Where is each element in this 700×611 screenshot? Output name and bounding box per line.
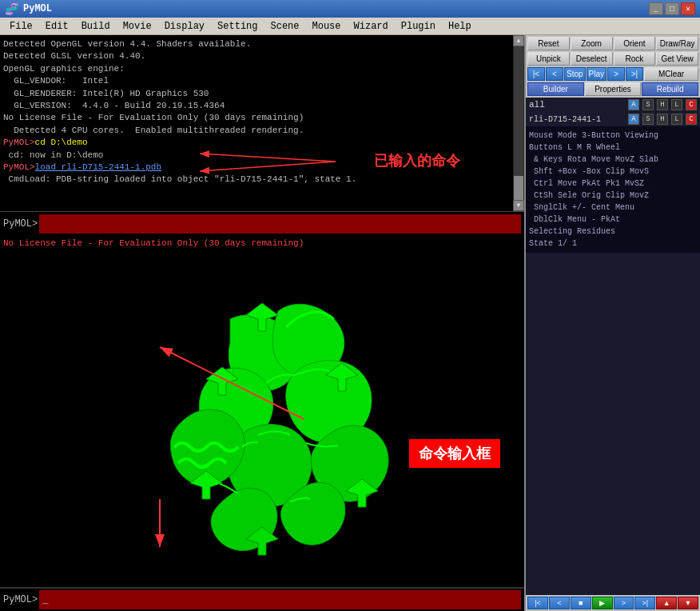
- bottom-command-input[interactable]: [39, 590, 521, 609]
- obj-btn-all-c[interactable]: C: [686, 99, 697, 110]
- protein-structure: [86, 255, 438, 567]
- console-line-10: cd: now in D:\demo: [3, 150, 521, 162]
- object-row-all: all A S H L C: [526, 98, 700, 112]
- bottom-nav-next[interactable]: >: [614, 597, 634, 609]
- mouse-info-line-7: SnglClk +/- Cent Menu: [529, 202, 697, 214]
- play-button[interactable]: Play: [587, 67, 607, 81]
- unpick-button[interactable]: Unpick: [527, 52, 570, 66]
- console-line-2: Detected GLSL version 4.40.: [3, 50, 521, 62]
- mouse-info-line-1: Mouse Mode 3-Button Viewing: [529, 130, 697, 142]
- mouse-info-line-10: State 1/ 1: [529, 238, 697, 250]
- nav-start-button[interactable]: |<: [527, 67, 545, 81]
- bottom-nav-down[interactable]: ▼: [678, 597, 698, 609]
- bottom-nav-stop[interactable]: ■: [571, 597, 591, 609]
- mouse-info-line-6: CtSh Sele Orig Clip MovZ: [529, 190, 697, 202]
- properties-button[interactable]: Properties: [585, 82, 642, 96]
- close-button[interactable]: ✕: [681, 2, 695, 15]
- obj-btn-rli-l[interactable]: L: [671, 114, 682, 125]
- console-line-5: GL_RENDERER: Intel(R) HD Graphics 530: [3, 88, 521, 100]
- menu-wizard[interactable]: Wizard: [348, 19, 395, 34]
- stop-button[interactable]: Stop: [564, 67, 586, 81]
- menu-mouse[interactable]: Mouse: [306, 19, 348, 34]
- left-panel: Detected OpenGL version 4.4. Shaders ava…: [0, 35, 524, 611]
- menu-help[interactable]: Help: [442, 19, 478, 34]
- console-scrollbar[interactable]: ▲ ▼: [513, 35, 524, 211]
- scroll-up-button[interactable]: ▲: [513, 35, 524, 46]
- console-line-8: Detected 4 CPU cores. Enabled multithrea…: [3, 125, 521, 137]
- bottom-prompt-label: PyMOL>: [3, 594, 38, 605]
- console-line-11: PyMOL>load rli-D715-2441-1.pdb: [3, 162, 521, 174]
- nav-prev-button[interactable]: <: [546, 67, 563, 81]
- menu-plugin[interactable]: Plugin: [395, 19, 442, 34]
- menu-file[interactable]: File: [3, 19, 39, 34]
- bottom-nav-up[interactable]: ▲: [656, 597, 677, 609]
- menu-movie[interactable]: Movie: [117, 19, 158, 34]
- menu-build[interactable]: Build: [75, 19, 117, 34]
- mclear-button[interactable]: MClear: [644, 67, 698, 81]
- objects-panel: all A S H L C rli-D715-2441-1 A S H L C …: [526, 98, 700, 595]
- scroll-thumb[interactable]: [514, 176, 523, 200]
- obj-btn-rli-a[interactable]: A: [628, 114, 639, 125]
- nav-end-button[interactable]: >|: [626, 67, 643, 81]
- protein-container: 命令输入框: [0, 235, 524, 587]
- drawray-button[interactable]: Draw/Ray: [656, 37, 698, 50]
- top-prompt-label: PyMOL>: [3, 218, 38, 230]
- maximize-button[interactable]: □: [665, 2, 679, 15]
- top-command-input-area: PyMOL>: [0, 211, 524, 235]
- menu-display[interactable]: Display: [158, 19, 211, 34]
- zoom-button[interactable]: Zoom: [571, 37, 613, 50]
- mouse-info-line-3: & Keys Rota Move MovZ Slab: [529, 154, 697, 166]
- console-line-6: GL_VERSION: 4.4.0 - Build 20.19.15.4364: [3, 100, 521, 112]
- scroll-track: [514, 46, 523, 200]
- deselect-button[interactable]: Deselect: [571, 52, 613, 66]
- obj-btn-rli-h[interactable]: H: [657, 114, 668, 125]
- object-row-rli: rli-D715-2441-1 A S H L C: [526, 112, 700, 126]
- bottom-nav-play[interactable]: ▶: [592, 597, 613, 609]
- minimize-button[interactable]: _: [649, 2, 663, 15]
- obj-btn-rli-s[interactable]: S: [642, 114, 654, 125]
- console-line-4: GL_VENDOR: Intel: [3, 75, 521, 87]
- mouse-info-line-5: Ctrl Move PkAt Pk1 MvSZ: [529, 178, 697, 190]
- obj-btn-all-h[interactable]: H: [657, 99, 668, 110]
- top-command-input[interactable]: [39, 214, 521, 234]
- console-line-9: PyMOL>cd D:\demo: [3, 137, 521, 149]
- right-panel: Reset Zoom Orient Draw/Ray Unpick Desele…: [524, 35, 700, 611]
- bottom-command-input-area: PyMOL>: [0, 587, 524, 611]
- mouse-info-panel: Mouse Mode 3-Button Viewing Buttons L M …: [526, 126, 700, 253]
- fourth-button-row: Builder Properties Rebuild: [526, 82, 700, 98]
- console-line-3: OpenGL graphics engine:: [3, 63, 521, 75]
- obj-btn-rli-c[interactable]: C: [686, 114, 697, 125]
- console-line-1: Detected OpenGL version 4.4. Shaders ava…: [3, 38, 521, 50]
- getview-button[interactable]: Get View: [656, 52, 698, 66]
- obj-btn-all-l[interactable]: L: [671, 99, 682, 110]
- console-area: Detected OpenGL version 4.4. Shaders ava…: [0, 35, 524, 211]
- rebuild-button[interactable]: Rebuild: [642, 82, 698, 96]
- menu-bar: File Edit Build Movie Display Setting Sc…: [0, 18, 700, 35]
- nav-next-button[interactable]: >: [607, 67, 625, 81]
- menu-scene[interactable]: Scene: [264, 19, 306, 34]
- object-label-rli: rli-D715-2441-1: [529, 115, 625, 124]
- mouse-info-line-4: Shft +Box -Box Clip MovS: [529, 166, 697, 178]
- reset-button[interactable]: Reset: [527, 37, 570, 50]
- nav-button-row: |< < Stop Play > >| MClear: [526, 67, 700, 82]
- menu-edit[interactable]: Edit: [39, 19, 75, 34]
- watermark-text: No License File - For Evaluation Only (3…: [3, 238, 304, 248]
- bottom-nav-prev[interactable]: <: [549, 597, 570, 609]
- obj-btn-all-s[interactable]: S: [642, 99, 654, 110]
- bottom-nav-end[interactable]: >|: [634, 597, 655, 609]
- console-line-7: No License File - For Evaluation Only (3…: [3, 112, 521, 124]
- app-title: PyMOL: [23, 3, 52, 14]
- scroll-down-button[interactable]: ▼: [513, 200, 524, 211]
- mouse-info-line-9: Selecting Residues: [529, 226, 697, 238]
- orient-button[interactable]: Orient: [614, 37, 656, 50]
- bottom-nav-start[interactable]: |<: [527, 597, 548, 609]
- mouse-info-line-2: Buttons L M R Wheel: [529, 142, 697, 154]
- builder-button[interactable]: Builder: [527, 82, 584, 96]
- top-button-row: Reset Zoom Orient Draw/Ray: [526, 35, 700, 52]
- viewport-annotation: 命令输入框: [409, 439, 500, 468]
- menu-setting[interactable]: Setting: [211, 19, 264, 34]
- viewport-area[interactable]: No License File - For Evaluation Only (3…: [0, 235, 524, 587]
- obj-btn-all-a[interactable]: A: [628, 99, 639, 110]
- rock-button[interactable]: Rock: [614, 52, 656, 66]
- console-line-12: CmdLoad: PDB-string loaded into object "…: [3, 174, 521, 186]
